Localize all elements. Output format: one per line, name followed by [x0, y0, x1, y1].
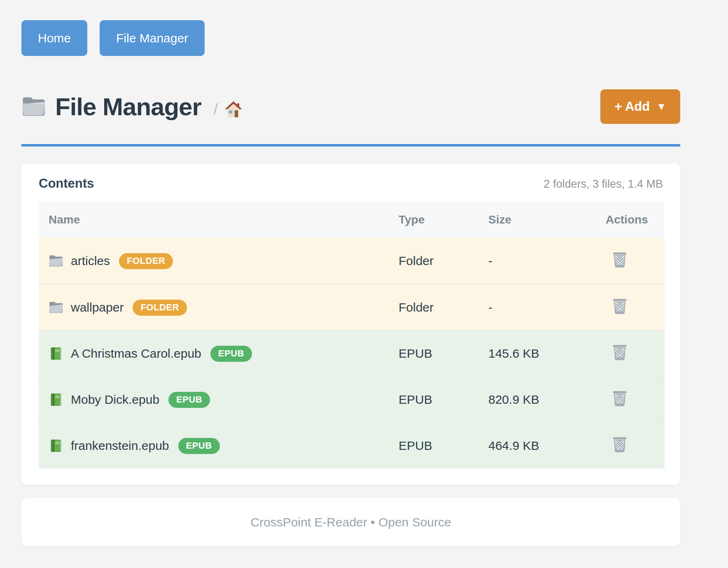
- green-book-icon: [49, 347, 63, 360]
- add-button-label: + Add: [614, 99, 650, 114]
- title-underline: [21, 144, 680, 147]
- green-book-icon: [49, 439, 63, 452]
- file-type-badge: FOLDER: [133, 300, 187, 316]
- table-body: articlesFOLDERFolder-wallpaperFOLDERFold…: [39, 238, 665, 468]
- file-name: wallpaper: [71, 300, 124, 314]
- file-name: articles: [71, 254, 110, 268]
- actions-cell: [606, 390, 665, 410]
- contents-summary: 2 folders, 3 files, 1.4 MB: [544, 178, 663, 191]
- file-name: Moby Dick.epub: [71, 393, 159, 407]
- file-name-cell[interactable]: frankenstein.epubEPUB: [39, 438, 399, 454]
- file-name-cell[interactable]: wallpaperFOLDER: [39, 300, 399, 316]
- page-header: File Manager / + Add ▼: [21, 80, 680, 133]
- actions-cell: [606, 251, 665, 271]
- nav-button-home[interactable]: Home: [21, 20, 87, 56]
- footer-card: CrossPoint E-Reader • Open Source: [21, 498, 680, 546]
- file-type-badge: EPUB: [178, 438, 220, 454]
- table-row: wallpaperFOLDERFolder-: [39, 284, 665, 330]
- nav-button-file-manager[interactable]: File Manager: [100, 20, 205, 56]
- contents-card: Contents 2 folders, 3 files, 1.4 MB Name…: [21, 163, 680, 485]
- file-name-cell[interactable]: Moby Dick.epubEPUB: [39, 392, 399, 408]
- page-title: File Manager: [55, 93, 201, 121]
- file-name: A Christmas Carol.epub: [71, 347, 201, 361]
- size-cell: 145.6 KB: [488, 347, 606, 361]
- size-cell: 820.9 KB: [488, 393, 606, 407]
- file-table: Name Type Size Actions articlesFOLDERFol…: [39, 202, 665, 468]
- breadcrumb: /: [214, 95, 243, 118]
- column-header-size: Size: [488, 213, 606, 226]
- table-row: frankenstein.epubEPUBEPUB464.9 KB: [39, 422, 665, 468]
- column-header-actions: Actions: [606, 213, 665, 226]
- type-cell: EPUB: [399, 347, 488, 361]
- file-name-cell[interactable]: articlesFOLDER: [39, 253, 399, 269]
- type-cell: Folder: [399, 254, 488, 268]
- size-cell: -: [488, 300, 606, 314]
- type-cell: EPUB: [399, 439, 488, 453]
- file-name: frankenstein.epub: [71, 439, 169, 453]
- column-header-type: Type: [399, 213, 488, 226]
- file-type-badge: EPUB: [210, 346, 252, 362]
- add-button[interactable]: + Add ▼: [600, 89, 680, 124]
- footer-text: CrossPoint E-Reader • Open Source: [250, 515, 451, 529]
- file-type-badge: FOLDER: [119, 253, 173, 269]
- actions-cell: [606, 344, 665, 363]
- actions-cell: [606, 298, 665, 317]
- top-nav: Home File Manager: [21, 20, 680, 56]
- trash-icon[interactable]: [612, 436, 628, 453]
- table-row: Moby Dick.epubEPUBEPUB820.9 KB: [39, 376, 665, 422]
- table-row: A Christmas Carol.epubEPUBEPUB145.6 KB: [39, 330, 665, 376]
- caret-down-icon: ▼: [656, 101, 666, 112]
- folder-icon: [21, 96, 46, 117]
- size-cell: -: [488, 254, 606, 268]
- table-row: articlesFOLDERFolder-: [39, 238, 665, 284]
- folder-icon: [49, 301, 63, 314]
- page: Home File Manager File Manager /: [21, 0, 680, 546]
- trash-icon[interactable]: [612, 344, 628, 361]
- table-header-row: Name Type Size Actions: [39, 202, 665, 238]
- house-icon[interactable]: [224, 101, 243, 118]
- size-cell: 464.9 KB: [488, 439, 606, 453]
- contents-title: Contents: [39, 176, 94, 191]
- title-wrap: File Manager /: [21, 93, 243, 121]
- file-name-cell[interactable]: A Christmas Carol.epubEPUB: [39, 346, 399, 362]
- green-book-icon: [49, 393, 63, 406]
- folder-icon: [49, 254, 63, 268]
- breadcrumb-separator: /: [214, 101, 218, 118]
- type-cell: EPUB: [399, 393, 488, 407]
- file-type-badge: EPUB: [168, 392, 210, 408]
- trash-icon[interactable]: [612, 390, 628, 407]
- actions-cell: [606, 436, 665, 456]
- type-cell: Folder: [399, 300, 488, 314]
- column-header-name: Name: [39, 213, 399, 226]
- contents-card-header: Contents 2 folders, 3 files, 1.4 MB: [39, 176, 663, 191]
- trash-icon[interactable]: [612, 251, 628, 268]
- trash-icon[interactable]: [612, 298, 628, 314]
